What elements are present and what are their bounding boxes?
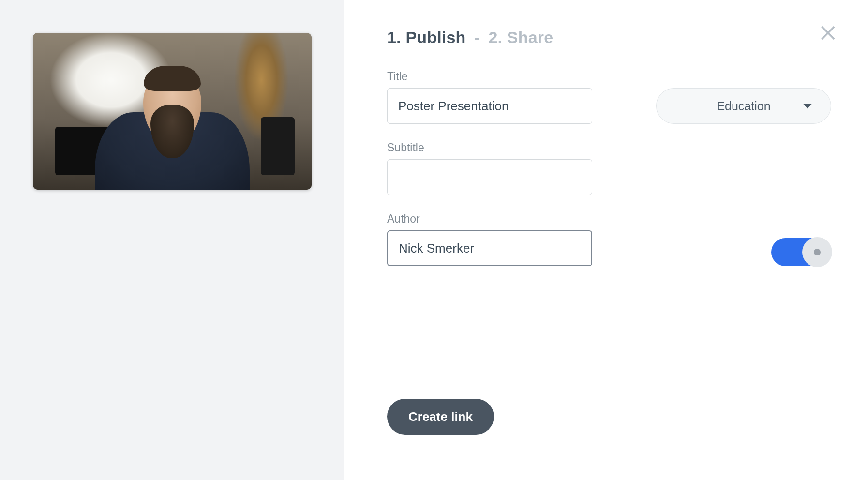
step-share: 2. Share [488,28,553,46]
subtitle-input[interactable] [387,159,592,195]
step-separator: - [474,28,480,46]
title-input[interactable] [387,88,592,124]
subtitle-label: Subtitle [387,141,592,154]
preview-panel [0,0,344,480]
author-input[interactable] [387,230,592,266]
step-publish: 1. Publish [387,28,466,46]
chevron-down-icon [803,99,812,113]
category-selected: Education [717,99,770,113]
publish-form: 1. Publish - 2. Share Title Education Su… [344,0,868,480]
category-select[interactable]: Education [656,88,831,124]
author-visibility-toggle[interactable] [771,238,831,266]
title-label: Title [387,70,592,83]
close-button[interactable] [819,22,840,44]
create-link-button[interactable]: Create link [387,399,494,435]
author-label: Author [387,212,592,225]
close-icon [819,22,840,44]
video-thumbnail [33,33,312,190]
publish-steps: 1. Publish - 2. Share [387,28,831,47]
